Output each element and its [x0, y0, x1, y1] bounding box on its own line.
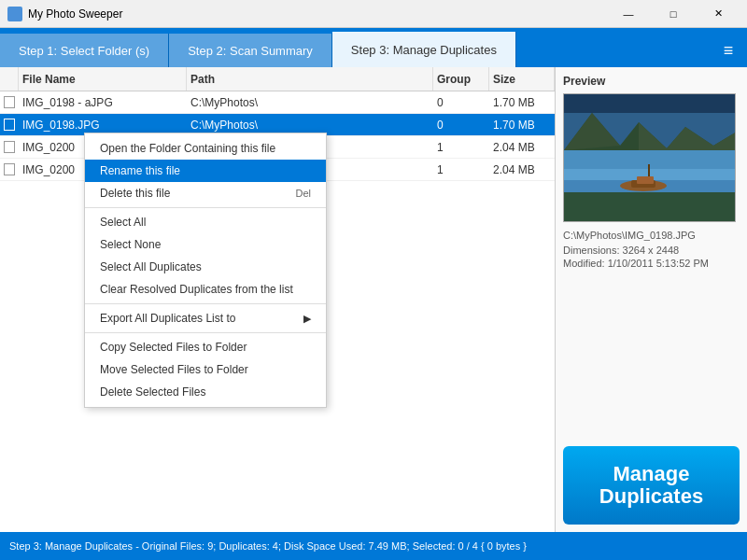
- maximize-button[interactable]: □: [652, 0, 695, 28]
- preview-label: Preview: [563, 75, 740, 88]
- ctx-delete-file[interactable]: Delete this file Del: [85, 182, 326, 204]
- ctx-arrow-icon: ▶: [303, 313, 311, 325]
- ctx-delete-shortcut: Del: [295, 188, 311, 199]
- col-header-checkbox: [0, 67, 19, 91]
- col-header-filename: File Name: [19, 67, 187, 91]
- app-title: My Photo Sweeper: [28, 7, 607, 21]
- row-size: 2.04 MB: [489, 141, 555, 154]
- ctx-select-duplicates[interactable]: Select All Duplicates: [85, 256, 326, 278]
- preview-dimensions: Dimensions: 3264 x 2448: [563, 245, 740, 256]
- context-menu: Open the Folder Containing this file Ren…: [84, 133, 327, 408]
- window-controls: — □ ✕: [607, 0, 740, 28]
- minimize-button[interactable]: —: [607, 0, 650, 28]
- ctx-clear-resolved[interactable]: Clear Resolved Duplicates from the list: [85, 278, 326, 301]
- col-header-size: Size: [489, 67, 555, 91]
- title-bar: My Photo Sweeper — □ ✕: [0, 0, 747, 28]
- row-filename: IMG_0198.JPG: [19, 119, 187, 132]
- preview-filename: C:\MyPhotos\IMG_0198.JPG: [563, 230, 740, 241]
- table-header: File Name Path Group Size: [0, 67, 555, 91]
- main-content: File Name Path Group Size IMG_0198 - aJP…: [0, 67, 747, 532]
- ctx-delete-selected[interactable]: Delete Selected Files: [85, 381, 326, 403]
- ctx-separator-3: [85, 332, 326, 333]
- row-size: 1.70 MB: [489, 96, 555, 109]
- file-list-area: File Name Path Group Size IMG_0198 - aJP…: [0, 67, 556, 532]
- ctx-open-folder[interactable]: Open the Folder Containing this file: [85, 137, 326, 160]
- tab-step3[interactable]: Step 3: Manage Duplicates: [332, 32, 516, 67]
- ctx-separator-2: [85, 303, 326, 304]
- app-icon: [7, 7, 22, 21]
- table-row[interactable]: IMG_0198 - aJPG C:\MyPhotos\ 0 1.70 MB: [0, 91, 555, 114]
- tab-step2[interactable]: Step 2: Scan Summary: [169, 34, 332, 67]
- preview-image: [563, 93, 736, 222]
- status-bar: Step 3: Manage Duplicates - Original Fil…: [0, 532, 747, 560]
- row-size: 2.04 MB: [489, 163, 555, 176]
- ctx-select-none[interactable]: Select None: [85, 233, 326, 256]
- manage-duplicates-button[interactable]: Manage Duplicates: [563, 446, 740, 525]
- ctx-move-files[interactable]: Move Selected Files to Folder: [85, 358, 326, 381]
- preview-modified: Modified: 1/10/2011 5:13:52 PM: [563, 258, 740, 269]
- tab-bar: Step 1: Select Folder (s) Step 2: Scan S…: [0, 28, 747, 67]
- ctx-export-list[interactable]: Export All Duplicates List to ▶: [85, 307, 326, 329]
- row-size: 1.70 MB: [489, 119, 555, 132]
- row-checkbox[interactable]: [0, 96, 19, 108]
- row-group: 0: [433, 96, 489, 109]
- col-header-group: Group: [433, 67, 489, 91]
- col-header-path: Path: [187, 67, 433, 91]
- row-group: 1: [433, 163, 489, 176]
- preview-panel: Preview: [556, 67, 747, 532]
- row-checkbox[interactable]: [0, 141, 19, 153]
- row-group: 0: [433, 119, 489, 132]
- svg-rect-12: [637, 176, 654, 184]
- ctx-copy-files[interactable]: Copy Selected Files to Folder: [85, 336, 326, 358]
- ctx-separator-1: [85, 207, 326, 208]
- hamburger-menu-button[interactable]: ≡: [710, 34, 747, 67]
- svg-rect-8: [564, 192, 736, 222]
- row-checkbox[interactable]: [0, 119, 19, 131]
- status-text: Step 3: Manage Duplicates - Original Fil…: [9, 540, 527, 552]
- ctx-select-all[interactable]: Select All: [85, 211, 326, 233]
- row-filename: IMG_0198 - aJPG: [19, 96, 187, 109]
- row-path: C:\MyPhotos\: [187, 119, 433, 132]
- row-path: C:\MyPhotos\: [187, 96, 433, 109]
- row-checkbox[interactable]: [0, 163, 19, 175]
- row-group: 1: [433, 141, 489, 154]
- close-button[interactable]: ✕: [697, 0, 740, 28]
- ctx-rename-file[interactable]: Rename this file: [85, 160, 326, 182]
- tab-step1[interactable]: Step 1: Select Folder (s): [0, 34, 169, 67]
